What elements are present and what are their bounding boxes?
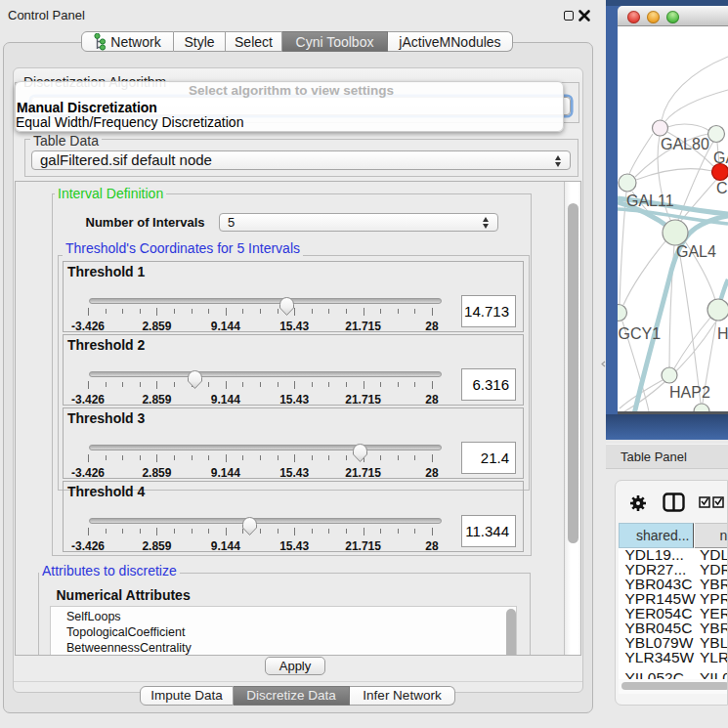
svg-text:HIS: HIS (717, 325, 728, 342)
svg-text:GAL11: GAL11 (626, 193, 674, 209)
svg-text:GAL2: GAL2 (713, 150, 728, 166)
svg-text:C: C (716, 180, 728, 196)
svg-text:GAL80: GAL80 (661, 136, 709, 152)
svg-text:GAL4: GAL4 (676, 243, 716, 260)
svg-text:GCY1: GCY1 (619, 325, 662, 342)
svg-text:HAP2: HAP2 (669, 384, 710, 401)
